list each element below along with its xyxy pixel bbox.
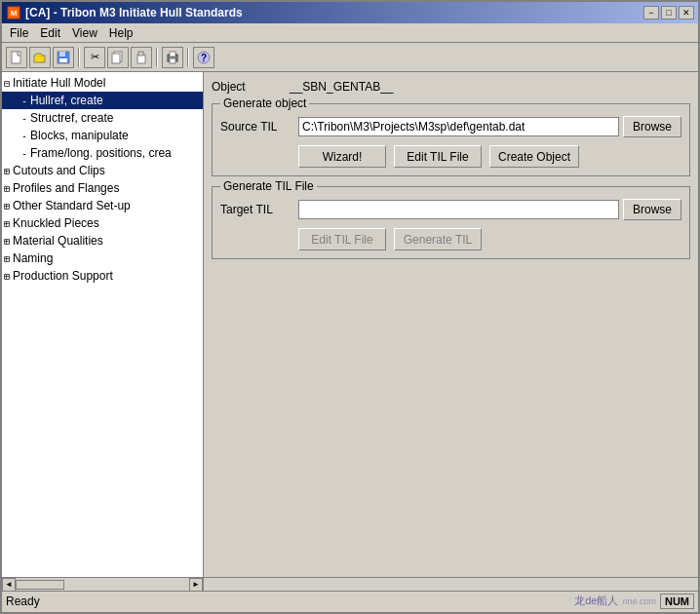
tree-root-label: Initiate Hull Model — [13, 76, 105, 90]
wizard-button[interactable]: Wizard! — [298, 145, 386, 168]
copy-button[interactable] — [107, 47, 129, 68]
scroll-right-button[interactable]: ► — [189, 578, 203, 592]
sidebar-item-hullref[interactable]: - Hullref, create — [2, 92, 203, 109]
sidebar-scrollbar: ◄ ► — [2, 577, 698, 591]
status-text: Ready — [6, 595, 574, 608]
sidebar-item-production[interactable]: ⊞ Production Support — [2, 267, 203, 285]
other-expand-icon: ⊞ — [4, 201, 10, 211]
target-til-label: Target TIL — [220, 203, 298, 216]
svg-rect-10 — [138, 52, 143, 56]
sidebar-item-other[interactable]: ⊞ Other Standard Set-up — [2, 197, 203, 214]
scroll-thumb[interactable] — [16, 580, 64, 590]
cutouts-expand-icon: ⊞ — [4, 166, 10, 176]
svg-rect-8 — [112, 54, 120, 63]
watermark-suffix: rine.com — [622, 596, 656, 606]
svg-rect-3 — [34, 56, 45, 62]
toolbar-sep3 — [187, 48, 189, 67]
scroll-left-button[interactable]: ◄ — [2, 578, 16, 592]
open-button[interactable] — [29, 47, 51, 68]
generate-til-buttons: Edit TIL File Generate TIL — [220, 228, 681, 250]
production-expand-icon: ⊞ — [4, 271, 10, 282]
target-browse-button[interactable]: Browse — [623, 199, 681, 220]
sidebar-label-frame: Frame/long. positions, crea — [30, 146, 172, 160]
generate-til-button[interactable]: Generate TIL — [394, 228, 482, 250]
paste-button[interactable] — [131, 47, 152, 68]
toolbar: ✂ ? — [2, 43, 698, 72]
hullref-expand-icon: - — [21, 96, 27, 106]
toolbar-sep1 — [78, 48, 80, 67]
structref-expand-icon: - — [21, 113, 27, 124]
help-button[interactable]: ? — [193, 47, 214, 68]
profiles-expand-icon: ⊞ — [4, 183, 10, 194]
object-value: __SBN_GENTAB__ — [290, 80, 394, 94]
svg-rect-6 — [59, 58, 67, 62]
object-label: Object — [212, 80, 290, 94]
menu-file[interactable]: File — [4, 24, 34, 42]
menu-help[interactable]: Help — [103, 24, 139, 42]
generate-til-content: Target TIL Browse Edit TIL File Generate… — [220, 199, 681, 250]
num-indicator: NUM — [660, 594, 694, 609]
sidebar-label-cutouts: Cutouts and Clips — [13, 164, 105, 177]
svg-text:M: M — [11, 9, 18, 18]
cut-button[interactable]: ✂ — [84, 47, 105, 68]
svg-rect-13 — [170, 58, 175, 63]
generate-object-buttons: Wizard! Edit TIL File Create Object — [220, 145, 681, 168]
svg-rect-12 — [170, 52, 175, 57]
sidebar-label-structref: Structref, create — [30, 111, 113, 125]
toolbar-sep2 — [156, 48, 158, 67]
sidebar: ⊟ Initiate Hull Model - Hullref, create … — [2, 72, 204, 577]
object-row: Object __SBN_GENTAB__ — [212, 80, 690, 94]
sidebar-item-structref[interactable]: - Structref, create — [2, 109, 203, 127]
root-expand-icon: ⊟ — [4, 78, 10, 89]
svg-rect-5 — [59, 52, 65, 57]
title-bar: M [CA] - Tribon M3 Initiate Hull Standar… — [2, 2, 698, 23]
knuckled-expand-icon: ⊞ — [4, 218, 10, 229]
svg-text:?: ? — [201, 53, 207, 63]
sidebar-item-knuckled[interactable]: ⊞ Knuckled Pieces — [2, 214, 203, 232]
sidebar-label-other: Other Standard Set-up — [13, 199, 131, 212]
edit-til-button[interactable]: Edit TIL File — [394, 145, 482, 168]
watermark-text: 龙de船人 — [574, 594, 618, 608]
close-button[interactable]: ✕ — [679, 6, 694, 19]
create-object-button[interactable]: Create Object — [489, 145, 579, 168]
generate-til-title: Generate TIL File — [220, 179, 317, 193]
content-scrollbar-spacer — [204, 578, 698, 591]
print-button[interactable] — [162, 47, 183, 68]
sidebar-label-blocks: Blocks, manipulate — [30, 129, 129, 142]
menu-bar: File Edit View Help — [2, 23, 698, 43]
main-area: ⊟ Initiate Hull Model - Hullref, create … — [2, 72, 698, 577]
sidebar-label-naming: Naming — [13, 251, 53, 265]
frame-expand-icon: - — [21, 148, 27, 159]
edit-til-file-button[interactable]: Edit TIL File — [298, 228, 386, 250]
sidebar-label-material: Material Qualities — [13, 234, 103, 248]
source-til-input[interactable] — [298, 117, 619, 136]
target-til-input[interactable] — [298, 200, 619, 219]
generate-til-group: Generate TIL File Target TIL Browse Edit… — [212, 186, 690, 259]
sidebar-label-profiles: Profiles and Flanges — [13, 181, 119, 195]
sidebar-label-knuckled: Knuckled Pieces — [13, 216, 99, 230]
sidebar-item-material[interactable]: ⊞ Material Qualities — [2, 232, 203, 249]
blocks-expand-icon: - — [21, 131, 27, 141]
sidebar-label-hullref: Hullref, create — [30, 94, 103, 107]
source-til-label: Source TIL — [220, 120, 298, 134]
tree-root-item[interactable]: ⊟ Initiate Hull Model — [2, 74, 203, 92]
window-controls: − □ ✕ — [643, 6, 694, 19]
sidebar-item-naming[interactable]: ⊞ Naming — [2, 249, 203, 267]
naming-expand-icon: ⊞ — [4, 253, 10, 264]
sidebar-item-frame[interactable]: - Frame/long. positions, crea — [2, 144, 203, 162]
maximize-button[interactable]: □ — [661, 6, 677, 19]
sidebar-item-blocks[interactable]: - Blocks, manipulate — [2, 127, 203, 144]
sidebar-scrollbar-track: ◄ ► — [2, 578, 204, 591]
generate-object-title: Generate object — [220, 96, 309, 110]
status-right: 龙de船人 rine.com NUM — [574, 594, 694, 609]
source-browse-button[interactable]: Browse — [623, 116, 681, 137]
sidebar-item-cutouts[interactable]: ⊞ Cutouts and Clips — [2, 162, 203, 179]
minimize-button[interactable]: − — [643, 6, 659, 19]
sidebar-item-profiles[interactable]: ⊞ Profiles and Flanges — [2, 179, 203, 197]
menu-view[interactable]: View — [66, 24, 103, 42]
status-bar: Ready 龙de船人 rine.com NUM — [2, 591, 698, 610]
menu-edit[interactable]: Edit — [34, 24, 66, 42]
new-button[interactable] — [6, 47, 27, 68]
save-button[interactable] — [53, 47, 74, 68]
generate-object-group: Generate object Source TIL Browse Wizard… — [212, 103, 690, 176]
